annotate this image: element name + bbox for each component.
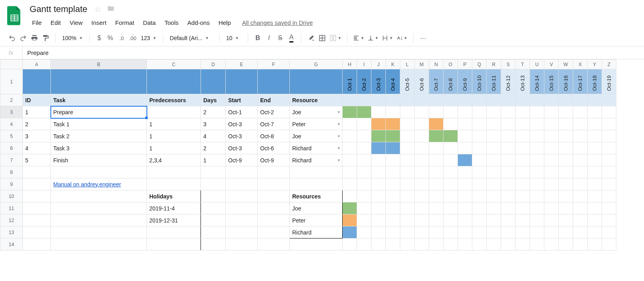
- col-header-R[interactable]: R: [487, 60, 501, 69]
- manual-link-cell[interactable]: Manual on andrey.engineer: [51, 178, 147, 190]
- folder-icon[interactable]: [107, 5, 115, 14]
- spreadsheet-grid[interactable]: ABCDEFGHIJKLMNOPQRSTUVWXYZ1Oct-1Oct-2Oct…: [0, 59, 644, 251]
- gantt-cell[interactable]: [530, 106, 544, 118]
- gantt-cell[interactable]: [501, 142, 516, 154]
- date-header[interactable]: Oct-2: [357, 69, 371, 94]
- cell-id[interactable]: 1: [23, 106, 51, 118]
- gantt-cell[interactable]: [458, 154, 472, 166]
- cell-start[interactable]: Oct-3: [226, 130, 258, 142]
- gantt-cell[interactable]: [588, 142, 602, 154]
- date-header[interactable]: Oct-5: [400, 69, 415, 94]
- redo-icon[interactable]: [18, 32, 29, 44]
- cell-start[interactable]: Oct-1: [226, 106, 258, 118]
- gantt-cell[interactable]: [357, 118, 371, 130]
- dropdown-icon[interactable]: ▼: [337, 146, 341, 150]
- col-header-O[interactable]: O: [443, 60, 458, 69]
- gantt-cell[interactable]: [602, 142, 616, 154]
- col-header-P[interactable]: P: [458, 60, 472, 69]
- row-header-1[interactable]: 1: [0, 69, 23, 94]
- gantt-cell[interactable]: [343, 106, 357, 118]
- gantt-cell[interactable]: [415, 106, 429, 118]
- col-header-D[interactable]: D: [201, 60, 226, 69]
- gantt-cell[interactable]: [516, 154, 530, 166]
- gantt-cell[interactable]: [415, 142, 429, 154]
- gantt-cell[interactable]: [400, 142, 415, 154]
- cell-pred[interactable]: 1: [147, 142, 201, 154]
- gantt-cell[interactable]: [487, 142, 501, 154]
- drive-status[interactable]: All changes saved in Drive: [242, 18, 313, 28]
- date-header[interactable]: Oct-18: [588, 69, 602, 94]
- cell-pred[interactable]: 1: [147, 130, 201, 142]
- gantt-cell[interactable]: [544, 118, 559, 130]
- cell-pred[interactable]: 2,3,4: [147, 154, 201, 166]
- cell-id[interactable]: 3: [23, 130, 51, 142]
- gantt-cell[interactable]: [343, 154, 357, 166]
- gantt-cell[interactable]: [400, 154, 415, 166]
- cell-resource[interactable]: Joe▼: [290, 106, 343, 118]
- gantt-cell[interactable]: [371, 154, 386, 166]
- dropdown-icon[interactable]: ▼: [337, 134, 341, 138]
- cell-end[interactable]: Oct-8: [258, 130, 290, 142]
- row-header-8[interactable]: 8: [0, 166, 23, 178]
- col-header-A[interactable]: A: [23, 60, 51, 69]
- gantt-cell[interactable]: [516, 118, 530, 130]
- date-header[interactable]: Oct-4: [386, 69, 400, 94]
- bold-button[interactable]: B: [252, 32, 263, 44]
- gantt-cell[interactable]: [458, 142, 472, 154]
- gantt-cell[interactable]: [588, 130, 602, 142]
- text-rotation-button[interactable]: ▼: [395, 32, 409, 44]
- row-header-13[interactable]: 13: [0, 226, 23, 239]
- cell-task[interactable]: Prepare: [51, 106, 147, 118]
- gantt-cell[interactable]: [472, 142, 487, 154]
- gantt-cell[interactable]: [386, 106, 400, 118]
- gantt-cell[interactable]: [573, 118, 588, 130]
- row-header-5[interactable]: 5: [0, 130, 23, 142]
- gantt-cell[interactable]: [559, 154, 573, 166]
- cell-id[interactable]: 5: [23, 154, 51, 166]
- number-format-select[interactable]: 123▼: [138, 35, 159, 41]
- menu-file[interactable]: File: [28, 18, 46, 28]
- gantt-cell[interactable]: [343, 142, 357, 154]
- currency-button[interactable]: $: [94, 32, 105, 44]
- italic-button[interactable]: I: [263, 32, 275, 44]
- cell-resource[interactable]: Peter▼: [290, 118, 343, 130]
- gantt-cell[interactable]: [429, 130, 443, 142]
- gantt-cell[interactable]: [588, 106, 602, 118]
- cell-task[interactable]: Task 3: [51, 142, 147, 154]
- gantt-cell[interactable]: [371, 106, 386, 118]
- gantt-cell[interactable]: [415, 130, 429, 142]
- gantt-cell[interactable]: [573, 154, 588, 166]
- gantt-cell[interactable]: [443, 130, 458, 142]
- gantt-cell[interactable]: [386, 154, 400, 166]
- menu-addons[interactable]: Add-ons: [183, 18, 214, 28]
- gantt-cell[interactable]: [371, 118, 386, 130]
- col-header-F[interactable]: F: [258, 60, 290, 69]
- col-header-E[interactable]: E: [226, 60, 258, 69]
- gantt-cell[interactable]: [544, 106, 559, 118]
- gantt-cell[interactable]: [501, 130, 516, 142]
- resource-row[interactable]: Peter: [290, 214, 343, 226]
- gantt-cell[interactable]: [415, 154, 429, 166]
- gantt-cell[interactable]: [501, 106, 516, 118]
- gantt-cell[interactable]: [472, 154, 487, 166]
- cell-task[interactable]: Task 2: [51, 130, 147, 142]
- gantt-cell[interactable]: [602, 154, 616, 166]
- increase-decimal-button[interactable]: .00→: [127, 32, 138, 44]
- gantt-cell[interactable]: [559, 118, 573, 130]
- date-header[interactable]: Oct-16: [559, 69, 573, 94]
- dropdown-icon[interactable]: ▼: [337, 158, 341, 162]
- gantt-cell[interactable]: [357, 142, 371, 154]
- h-align-button[interactable]: ▼: [351, 32, 366, 44]
- gantt-cell[interactable]: [386, 130, 400, 142]
- cell-days[interactable]: 3: [201, 118, 226, 130]
- cell-resource[interactable]: Richard▼: [290, 154, 343, 166]
- date-header[interactable]: Oct-14: [530, 69, 544, 94]
- gantt-cell[interactable]: [400, 118, 415, 130]
- row-header-4[interactable]: 4: [0, 118, 23, 130]
- select-all-corner[interactable]: [0, 60, 23, 69]
- gantt-cell[interactable]: [443, 106, 458, 118]
- gantt-cell[interactable]: [530, 142, 544, 154]
- row-header-2[interactable]: 2: [0, 94, 23, 106]
- holiday-row[interactable]: 2019-11-4: [147, 202, 201, 214]
- col-header-V[interactable]: V: [544, 60, 559, 69]
